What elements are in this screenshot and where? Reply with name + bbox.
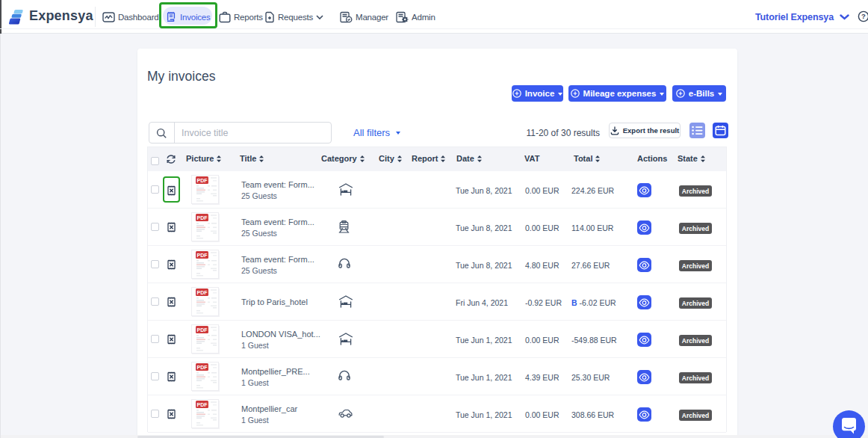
svg-text:PDF: PDF (197, 327, 208, 333)
svg-text:PDF: PDF (197, 365, 208, 370)
svg-text:PDF: PDF (197, 253, 208, 258)
svg-text:PDF: PDF (197, 290, 208, 295)
svg-text:PDF: PDF (197, 178, 208, 183)
svg-text:?: ? (861, 12, 866, 20)
svg-text:PDF: PDF (197, 402, 208, 407)
svg-text:PDF: PDF (197, 215, 208, 220)
